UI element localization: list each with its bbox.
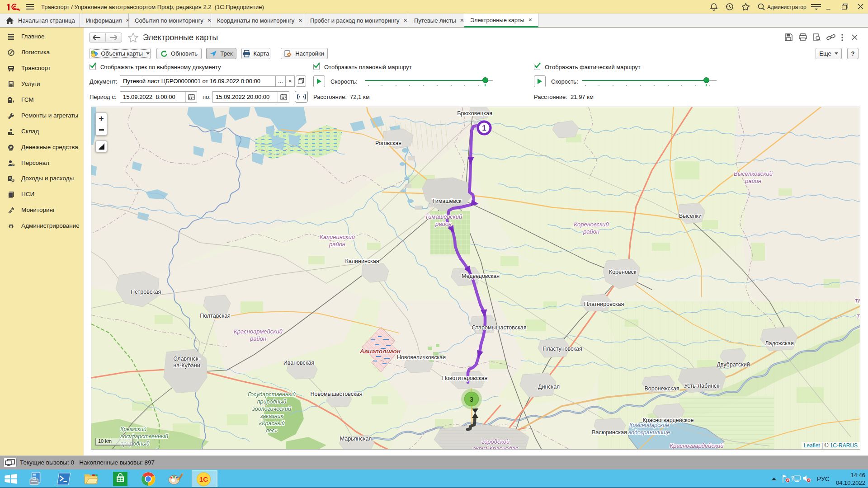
svg-text:район: район — [435, 221, 452, 227]
svg-text:Пластуновская: Пластуновская — [542, 346, 582, 352]
svg-text:1С: 1С — [199, 475, 208, 483]
svg-text:Тимашёвский: Тимашёвский — [425, 213, 462, 220]
svg-text:район: район — [250, 335, 266, 342]
svg-text:Роговская: Роговская — [375, 140, 401, 146]
svg-text:Нововеличковская: Нововеличковская — [397, 354, 446, 361]
svg-text:район: район — [329, 241, 345, 248]
svg-text:Красноармейский: Красноармейский — [234, 328, 283, 335]
svg-text:Полтавская: Полтавская — [200, 313, 231, 319]
svg-text:Платнировская: Платнировская — [584, 301, 624, 307]
svg-text:природный: природный — [257, 399, 287, 405]
svg-text:Тимашёвск: Тимашёвск — [432, 198, 462, 204]
svg-text:Ивановская: Ивановская — [283, 360, 315, 366]
svg-text:Крымский: Крымский — [120, 426, 146, 432]
svg-text:«Красный: «Красный — [259, 420, 285, 427]
svg-text:водохранилище: водохранилище — [628, 429, 670, 436]
svg-text:Р: Р — [12, 164, 14, 166]
svg-text:3: 3 — [470, 395, 473, 403]
svg-text:Р: Р — [9, 145, 12, 150]
svg-text:Усть-Лабинск: Усть-Лабинск — [684, 383, 719, 389]
svg-text:Старомышастовская: Старомышастовская — [472, 324, 526, 331]
svg-text:Воронежская: Воронежская — [645, 385, 679, 392]
svg-text:Краснодарское: Краснодарское — [629, 422, 669, 428]
svg-text:Р: Р — [12, 179, 14, 182]
svg-text:лес»: лес» — [265, 427, 278, 434]
svg-text:Красногвардейский: Красногвардейский — [670, 442, 723, 449]
svg-text:Брюховецкая: Брюховецкая — [457, 110, 492, 117]
svg-text:Выселковский: Выселковский — [734, 170, 773, 177]
svg-text:Ладожская: Ладожская — [765, 340, 793, 347]
svg-text:Кореновск: Кореновск — [609, 269, 637, 275]
svg-text:зоологический: зоологический — [120, 448, 159, 450]
svg-text:Васюринская: Васюринская — [592, 429, 627, 436]
svg-text:округ Краснодар: округ Краснодар — [472, 445, 518, 450]
svg-text:1: 1 — [482, 124, 486, 132]
svg-text:Динская: Динская — [538, 384, 560, 390]
svg-text:Государственный: Государственный — [248, 391, 296, 398]
svg-text:Марьянская: Марьянская — [340, 436, 372, 442]
svg-text:Выселки: Выселки — [679, 213, 702, 219]
svg-text:Новомышастовская: Новомышастовская — [311, 391, 363, 397]
svg-text:заказник: заказник — [260, 413, 284, 419]
svg-text:Славянск-: Славянск- — [173, 356, 200, 362]
svg-text:Тб: Тб — [856, 313, 860, 320]
svg-text:Двубратский: Двубратский — [717, 361, 750, 368]
svg-text:Петровская: Петровская — [131, 289, 161, 295]
svg-text:Кореновский: Кореновский — [574, 221, 609, 228]
svg-text:район: район — [583, 228, 599, 235]
svg-text:Тбилисский: Тбилисский — [854, 298, 860, 305]
svg-text:район: район — [745, 178, 761, 184]
svg-text:Калининская: Калининская — [345, 258, 379, 264]
svg-text:Авиаполигон: Авиаполигон — [359, 348, 401, 355]
svg-text:Новотитаровская: Новотитаровская — [442, 375, 488, 381]
svg-text:зоологический: зоологический — [252, 406, 291, 412]
svg-text:Калининский: Калининский — [320, 234, 355, 240]
svg-text:Медведовская: Медведовская — [462, 273, 500, 279]
svg-text:городской: городской — [481, 438, 509, 445]
svg-text:на-Кубани: на-Кубани — [173, 362, 200, 369]
